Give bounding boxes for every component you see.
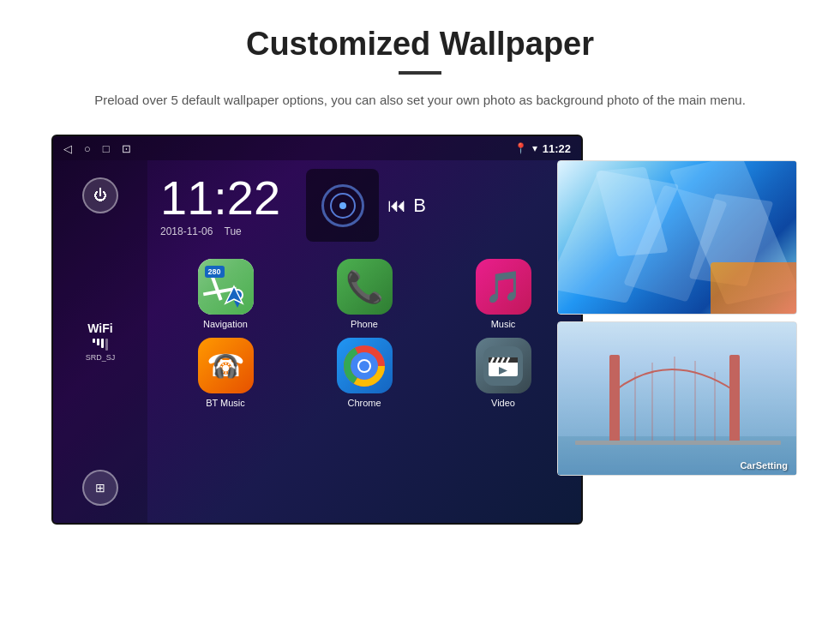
chrome-icon-svg (343, 345, 386, 387)
apps-grid-icon: ⊞ (95, 481, 105, 495)
signal-outer-ring (321, 184, 364, 227)
svg-point-7 (359, 361, 369, 371)
bt-music-icon-bg: ☎ 🎧 (198, 338, 254, 393)
recents-icon: □ (103, 142, 110, 155)
video-label: Video (491, 398, 515, 408)
ice-warm-accent (711, 262, 796, 314)
app-letter-icon: B (413, 195, 426, 217)
phone-icon: 📞 (345, 269, 384, 305)
clock-section: 11:22 2018-11-06 Tue (160, 169, 568, 242)
status-bar: ◁ ○ □ ⊡ 📍 ▾ 11:22 (53, 136, 581, 160)
bluetooth-symbol: 🎧 (212, 352, 239, 379)
screen-body: ⏻ WiFi SRD_SJ ⊞ (53, 160, 581, 523)
home-icon: ○ (84, 142, 91, 155)
signal-dot (339, 202, 346, 209)
wifi-label: WiFi (86, 321, 116, 335)
content-area: ◁ ○ □ ⊡ 📍 ▾ 11:22 ⏻ (51, 135, 789, 525)
media-controls: ⏮ B (387, 195, 426, 217)
nav-badge: 280 (205, 266, 225, 278)
navigation-icon-bg: 280 (198, 259, 254, 315)
phone-icon-bg: 📞 (337, 259, 393, 315)
screen-main: 11:22 2018-11-06 Tue (147, 160, 581, 523)
left-sidebar: ⏻ WiFi SRD_SJ ⊞ (53, 160, 147, 523)
apps-grid: 280 Navigation (160, 259, 568, 408)
wallpaper-bridge: CarSetting (557, 321, 797, 476)
page-description: Preload over 5 default wallpaper options… (94, 90, 746, 111)
clock-time: 11:22 (160, 174, 280, 222)
chrome-icon-bg (337, 338, 393, 393)
power-button[interactable]: ⏻ (82, 177, 118, 213)
chrome-label: Chrome (347, 398, 381, 408)
signal-widget (306, 169, 379, 242)
wifi-network-name: SRD_SJ (86, 353, 116, 362)
location-icon: 📍 (514, 142, 527, 154)
app-navigation[interactable]: 280 Navigation (160, 259, 291, 329)
wifi-info: WiFi SRD_SJ (86, 321, 116, 362)
app-video[interactable]: Video (438, 338, 568, 408)
apps-grid-button[interactable]: ⊞ (82, 470, 118, 506)
power-icon: ⏻ (93, 188, 107, 203)
bridge-fog (558, 322, 796, 475)
app-phone[interactable]: 📞 Phone (299, 259, 429, 329)
bt-music-label: BT Music (206, 398, 245, 408)
title-divider (399, 71, 441, 75)
navigation-arrow-icon (221, 282, 247, 308)
page-title: Customized Wallpaper (246, 26, 594, 63)
music-label: Music (491, 319, 516, 329)
video-icon-bg (476, 338, 531, 393)
carsetting-label: CarSetting (740, 460, 788, 471)
music-icon-bg: 🎵 (476, 259, 531, 315)
music-icon: 🎵 (484, 269, 523, 305)
clock-widgets: ⏮ B (306, 169, 426, 242)
app-chrome[interactable]: Chrome (299, 338, 429, 408)
app-bt-music[interactable]: ☎ 🎧 BT Music (160, 338, 291, 408)
phone-label: Phone (351, 319, 378, 329)
app-music[interactable]: 🎵 Music (438, 259, 568, 329)
clock-display: 11:22 2018-11-06 Tue (160, 174, 280, 237)
back-icon: ◁ (63, 142, 72, 155)
status-time: 11:22 (543, 142, 571, 155)
wifi-status-icon: ▾ (532, 142, 537, 154)
video-icon-svg (482, 345, 525, 387)
navigation-label: Navigation (203, 319, 248, 329)
prev-track-icon[interactable]: ⏮ (387, 195, 406, 217)
screenshot-icon: ⊡ (122, 142, 131, 155)
svg-marker-0 (225, 286, 243, 303)
signal-inner-ring (330, 193, 356, 219)
status-right: 📍 ▾ 11:22 (514, 142, 571, 155)
clock-date: 2018-11-06 Tue (160, 225, 280, 237)
android-screen: ◁ ○ □ ⊡ 📍 ▾ 11:22 ⏻ (51, 135, 583, 525)
nav-icons: ◁ ○ □ ⊡ (63, 142, 131, 155)
wallpaper-ice (557, 160, 797, 315)
wallpaper-previews: CarSetting (557, 160, 797, 476)
